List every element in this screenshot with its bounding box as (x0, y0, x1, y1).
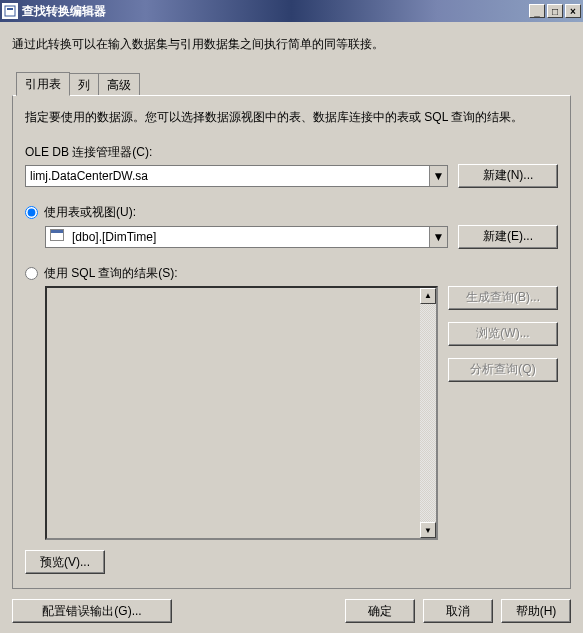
radio-use-table[interactable] (25, 206, 38, 219)
new-connection-button[interactable]: 新建(N)... (458, 164, 558, 188)
tab-columns[interactable]: 列 (69, 73, 99, 96)
dialog-description: 通过此转换可以在输入数据集与引用数据集之间执行简单的同等联接。 (12, 36, 571, 53)
svg-rect-1 (7, 8, 13, 10)
dropdown-icon: ▼ (429, 166, 447, 186)
tab-reference-table[interactable]: 引用表 (16, 72, 70, 96)
cancel-button[interactable]: 取消 (423, 599, 493, 623)
oledb-label: OLE DB 连接管理器(C): (25, 144, 558, 161)
tabstrip: 引用表 列 高级 (16, 71, 571, 95)
help-button[interactable]: 帮助(H) (501, 599, 571, 623)
table-or-view-value: [dbo].[DimTime] (46, 229, 429, 244)
preview-button[interactable]: 预览(V)... (25, 550, 105, 574)
table-icon (50, 229, 64, 241)
configure-error-output-button[interactable]: 配置错误输出(G)... (12, 599, 172, 623)
dropdown-icon: ▼ (429, 227, 447, 247)
page-intro: 指定要使用的数据源。您可以选择数据源视图中的表、数据库连接中的表或 SQL 查询… (25, 108, 558, 126)
ok-button[interactable]: 确定 (345, 599, 415, 623)
sql-query-textarea: ▲ ▼ (45, 286, 438, 540)
browse-button: 浏览(W)... (448, 322, 558, 346)
parse-query-button: 分析查询(Q) (448, 358, 558, 382)
app-icon (2, 3, 18, 19)
oledb-connection-value: limj.DataCenterDW.sa (26, 169, 429, 183)
scroll-up-icon: ▲ (420, 288, 436, 304)
dialog-footer: 配置错误输出(G)... 确定 取消 帮助(H) (12, 599, 571, 623)
close-button[interactable]: × (565, 4, 581, 18)
oledb-connection-combo[interactable]: limj.DataCenterDW.sa ▼ (25, 165, 448, 187)
maximize-button[interactable]: □ (547, 4, 563, 18)
scroll-down-icon: ▼ (420, 522, 436, 538)
tab-advanced[interactable]: 高级 (98, 73, 140, 96)
svg-rect-0 (5, 6, 15, 16)
table-or-view-combo[interactable]: [dbo].[DimTime] ▼ (45, 226, 448, 248)
titlebar: 查找转换编辑器 _ □ × (0, 0, 583, 22)
radio-use-sql[interactable] (25, 267, 38, 280)
radio-use-sql-label: 使用 SQL 查询的结果(S): (44, 265, 178, 282)
tab-page-reference: 指定要使用的数据源。您可以选择数据源视图中的表、数据库连接中的表或 SQL 查询… (12, 95, 571, 589)
minimize-button[interactable]: _ (529, 4, 545, 18)
radio-use-table-label: 使用表或视图(U): (44, 204, 136, 221)
build-query-button: 生成查询(B)... (448, 286, 558, 310)
window-title: 查找转换编辑器 (22, 3, 529, 20)
scrollbar: ▲ ▼ (420, 288, 436, 538)
new-table-button[interactable]: 新建(E)... (458, 225, 558, 249)
